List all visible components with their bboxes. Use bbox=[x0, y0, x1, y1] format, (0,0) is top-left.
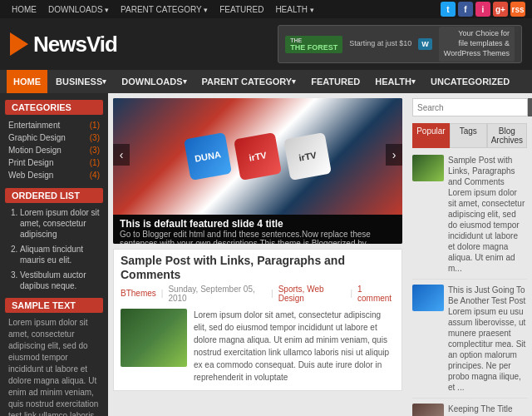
list-item-2: Aliquam tincidunt mauris eu elit. bbox=[20, 244, 100, 265]
top-nav-parent-category[interactable]: PARENT CATEGORY bbox=[116, 3, 213, 16]
popular-post-2-thumb bbox=[412, 285, 444, 311]
slider-image: DUNA irTV irTV bbox=[113, 98, 402, 215]
cat-entertainment-count: (1) bbox=[90, 121, 100, 130]
cat-web-count: (4) bbox=[90, 171, 100, 180]
featured-post-text: Lorem ipsum dolor sit amet, consectetur … bbox=[194, 309, 395, 384]
nav-health[interactable]: HEALTH bbox=[368, 70, 422, 93]
sample-text-title: SAMPLE TEXT bbox=[5, 298, 103, 313]
featured-post-title[interactable]: Sample Post with Links, Paragraphs and C… bbox=[121, 254, 395, 282]
forest-logo: THE THE FOREST bbox=[285, 36, 342, 53]
twitter-icon[interactable]: t bbox=[441, 2, 456, 17]
right-sidebar: Go Popular Tags Blog Archives Sample Pos… bbox=[407, 93, 532, 416]
nav-uncategorized[interactable]: UNCATEGORIZED bbox=[424, 70, 516, 93]
nav-downloads[interactable]: DOWNLOADS bbox=[115, 70, 193, 93]
slider-cubes: DUNA irTV irTV bbox=[187, 136, 328, 177]
top-nav-downloads[interactable]: DOWNLOADS bbox=[43, 3, 114, 16]
popular-post-1-thumb bbox=[412, 155, 444, 181]
nav-home[interactable]: HOME bbox=[7, 70, 47, 93]
cat-entertainment[interactable]: Entertainment (1) bbox=[5, 119, 103, 131]
cat-entertainment-label: Entertainment bbox=[8, 121, 60, 130]
top-nav-home[interactable]: HOME bbox=[7, 3, 42, 16]
cube-red: irTV bbox=[234, 132, 282, 181]
slider-caption-title: This is default featured slide 4 title bbox=[120, 218, 396, 230]
popular-post-3: Keeping The Title Length Equal For Home … bbox=[412, 404, 527, 416]
cat-motion-count: (3) bbox=[90, 146, 100, 155]
forest-the: THE bbox=[290, 37, 337, 43]
cube-blue: DUNA bbox=[184, 132, 232, 181]
tab-popular[interactable]: Popular bbox=[412, 123, 450, 148]
top-nav-featured[interactable]: FEATURED bbox=[214, 3, 268, 16]
top-nav: HOME DOWNLOADS PARENT CATEGORY FEATURED … bbox=[0, 0, 532, 18]
banner-right-1: Your Choice for bbox=[458, 29, 510, 37]
ordered-list: Lorem ipsum dolor sit amet, consectetur … bbox=[5, 207, 103, 291]
post-date: Sunday, September 05, 2010 bbox=[168, 285, 266, 303]
popular-post-3-text: Keeping The Title Length Equal For Home … bbox=[448, 404, 527, 416]
main-content: DUNA irTV irTV ‹ › This is default featu… bbox=[108, 93, 407, 416]
categories-title: CATEGORIES bbox=[5, 100, 103, 115]
popular-post-1-text: Sample Post with Links, Paragraphs and C… bbox=[448, 155, 527, 274]
cat-web-design[interactable]: Web Design (4) bbox=[5, 169, 103, 181]
logo-play-icon bbox=[10, 32, 28, 56]
social-icons: t f i g+ rss bbox=[441, 2, 525, 17]
facebook-icon[interactable]: f bbox=[458, 2, 473, 17]
header: NewsVid THE THE FOREST Starting at just … bbox=[0, 18, 532, 70]
forest-name: THE FOREST bbox=[290, 43, 337, 52]
banner-right-text: Your Choice for file templates & WordPre… bbox=[439, 27, 515, 61]
post-meta: BThemes | Sunday, September 05, 2010 | S… bbox=[121, 285, 395, 303]
slider-caption-desc: Go to Blogger edit html and find these s… bbox=[120, 230, 396, 244]
top-nav-links: HOME DOWNLOADS PARENT CATEGORY FEATURED … bbox=[7, 3, 319, 16]
banner-desc: Starting at just $10 bbox=[349, 39, 411, 47]
banner-right-2: file templates & bbox=[458, 39, 510, 47]
content-area: CATEGORIES Entertainment (1) Graphic Des… bbox=[0, 93, 532, 416]
post-categories[interactable]: Sports, Web Design bbox=[278, 285, 346, 303]
nav-business[interactable]: BUSINESS bbox=[49, 70, 113, 93]
popular-post-3-thumb bbox=[412, 404, 444, 416]
post-comments[interactable]: 1 comment bbox=[357, 285, 395, 303]
featured-post-body: Lorem ipsum dolor sit amet, consectetur … bbox=[114, 309, 401, 390]
post-author[interactable]: BThemes bbox=[121, 289, 156, 298]
list-item-3: Vestibulum auctor dapibus neque. bbox=[20, 270, 100, 291]
main-nav: HOME BUSINESS DOWNLOADS PARENT CATEGORY … bbox=[0, 70, 532, 93]
banner-right-3: WordPress Themes bbox=[444, 49, 510, 57]
tab-blog-archives[interactable]: Blog Archives bbox=[487, 123, 527, 148]
googleplus-icon[interactable]: g+ bbox=[493, 2, 508, 17]
cat-graphic-count: (3) bbox=[90, 133, 100, 142]
instagram-icon[interactable]: i bbox=[475, 2, 490, 17]
tab-tags[interactable]: Tags bbox=[450, 123, 487, 148]
search-input[interactable] bbox=[412, 98, 528, 116]
popular-post-2: This is Just Going To Be Another Test Po… bbox=[412, 285, 527, 399]
ordered-list-title: ORDERED LIST bbox=[5, 188, 103, 203]
top-nav-health[interactable]: HEALTH bbox=[270, 3, 318, 16]
search-box: Go bbox=[412, 98, 527, 116]
right-tabs: Popular Tags Blog Archives bbox=[412, 123, 527, 148]
sample-text-content: Lorem ipsum dolor sit amet, consectetur … bbox=[5, 317, 103, 416]
logo-text: NewsVid bbox=[33, 32, 117, 57]
left-sidebar: CATEGORIES Entertainment (1) Graphic Des… bbox=[0, 93, 108, 416]
logo: NewsVid bbox=[10, 32, 117, 57]
cat-graphic-design[interactable]: Graphic Design (3) bbox=[5, 131, 103, 144]
list-item-1: Lorem ipsum dolor sit amet, consectetur … bbox=[20, 207, 100, 240]
cat-motion-label: Motion Design bbox=[8, 146, 62, 155]
featured-post-thumbnail bbox=[121, 309, 187, 367]
slider-prev-button[interactable]: ‹ bbox=[113, 144, 130, 166]
cat-print-design[interactable]: Print Design (1) bbox=[5, 156, 103, 169]
banner-text: Starting at just $10 bbox=[349, 39, 411, 49]
featured-post-header: Sample Post with Links, Paragraphs and C… bbox=[114, 250, 401, 309]
banner-wp-icon: W bbox=[418, 38, 432, 50]
cube-white: irTV bbox=[283, 132, 332, 181]
popular-post-2-text: This is Just Going To Be Another Test Po… bbox=[448, 285, 527, 393]
nav-parent-category[interactable]: PARENT CATEGORY bbox=[195, 70, 303, 93]
search-button[interactable]: Go bbox=[528, 98, 532, 116]
cat-print-count: (1) bbox=[90, 158, 100, 167]
featured-post: Sample Post with Links, Paragraphs and C… bbox=[113, 249, 402, 391]
rss-icon[interactable]: rss bbox=[510, 2, 525, 17]
cat-print-label: Print Design bbox=[8, 158, 53, 167]
cat-web-label: Web Design bbox=[8, 171, 53, 180]
nav-featured[interactable]: FEATURED bbox=[304, 70, 367, 93]
popular-post-1: Sample Post with Links, Paragraphs and C… bbox=[412, 155, 527, 280]
cat-motion-design[interactable]: Motion Design (3) bbox=[5, 144, 103, 156]
header-banner: THE THE FOREST Starting at just $10 W Yo… bbox=[278, 25, 522, 63]
slider-caption: This is default featured slide 4 title G… bbox=[113, 215, 402, 244]
slider-next-button[interactable]: › bbox=[386, 144, 402, 166]
featured-slider: DUNA irTV irTV ‹ › This is default featu… bbox=[113, 98, 402, 244]
